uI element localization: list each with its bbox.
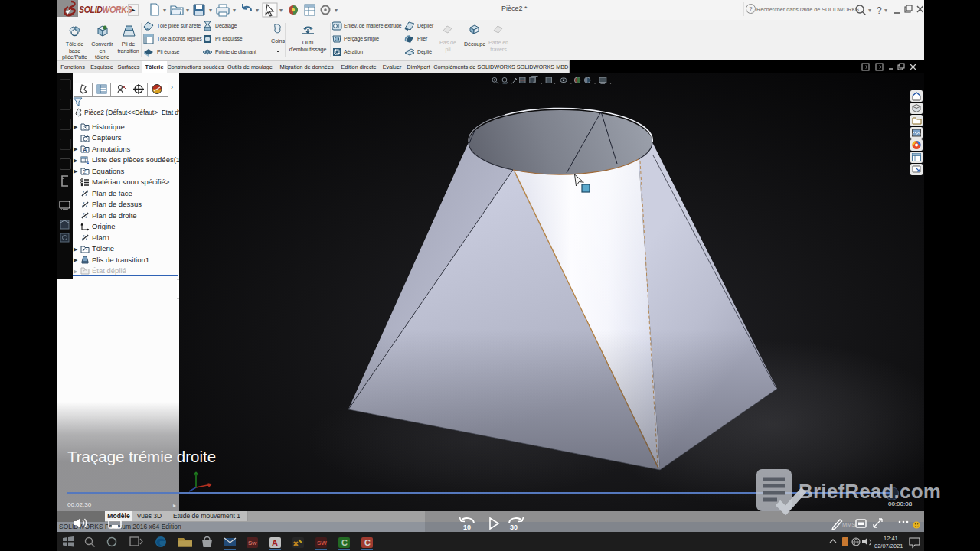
svg-text:30: 30 [510, 523, 518, 531]
svg-text:▾: ▾ [279, 7, 283, 14]
svg-text:Sw: Sw [248, 540, 257, 546]
svg-text:Σ: Σ [83, 169, 87, 174]
svg-text:▾: ▾ [186, 7, 189, 14]
svg-text:SW: SW [317, 540, 327, 546]
svg-text:▾: ▾ [233, 7, 236, 14]
svg-text:?: ? [877, 5, 882, 16]
svg-text:A: A [83, 147, 87, 152]
svg-text:A: A [272, 538, 278, 547]
svg-text:▾: ▾ [163, 7, 166, 14]
svg-text:12:41: 12:41 [884, 535, 898, 542]
svg-text:▾: ▾ [256, 7, 259, 14]
svg-text:02/07/2021: 02/07/2021 [874, 543, 903, 549]
svg-text:C: C [341, 538, 348, 547]
svg-text:C: C [364, 538, 371, 547]
svg-text:▾: ▾ [868, 7, 871, 14]
svg-text:▾: ▾ [209, 7, 212, 14]
svg-text:10: 10 [463, 523, 471, 531]
svg-text:▾: ▾ [884, 7, 887, 14]
svg-text:MMS: MMS [842, 521, 856, 528]
svg-text:▾: ▾ [335, 7, 338, 14]
